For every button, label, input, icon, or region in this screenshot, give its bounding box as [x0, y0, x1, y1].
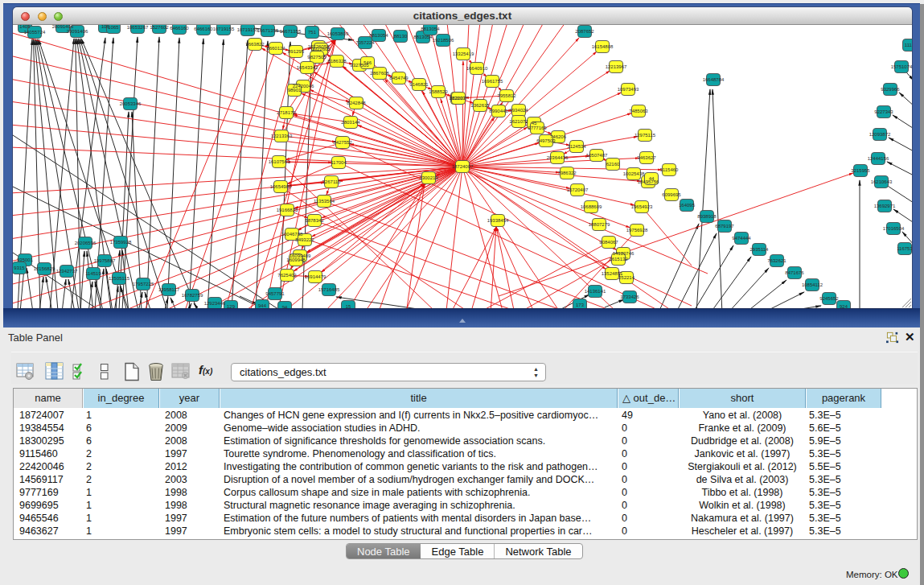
svg-text:94: 94	[282, 305, 288, 308]
svg-text:10719155: 10719155	[213, 27, 235, 31]
svg-text:98901: 98901	[288, 88, 302, 93]
svg-text:13325419: 13325419	[453, 51, 474, 56]
svg-text:16782759: 16782759	[182, 293, 203, 298]
svg-text:7485063: 7485063	[629, 109, 648, 113]
svg-text:8471676: 8471676	[785, 270, 804, 275]
svg-text:2087652: 2087652	[575, 29, 594, 34]
svg-text:5493222: 5493222	[295, 237, 314, 242]
svg-text:14055724: 14055724	[24, 30, 46, 35]
svg-text:18724007: 18724007	[452, 164, 474, 169]
svg-text:935001: 935001	[17, 257, 34, 262]
svg-text:20053346: 20053346	[120, 101, 142, 106]
svg-text:129: 129	[227, 304, 236, 308]
svg-text:1322605: 1322605	[311, 47, 331, 51]
svg-text:2803144: 2803144	[341, 120, 360, 125]
svg-text:9315: 9315	[14, 266, 25, 270]
svg-text:8990443: 8990443	[489, 109, 508, 113]
svg-text:10653267: 10653267	[127, 25, 149, 30]
svg-text:62160: 62160	[606, 162, 620, 167]
svg-text:1527602: 1527602	[150, 25, 169, 30]
svg-text:12093872: 12093872	[869, 132, 891, 137]
svg-text:12975115: 12975115	[634, 133, 656, 138]
svg-text:3267110: 3267110	[322, 179, 342, 184]
svg-text:15720407: 15720407	[567, 187, 589, 192]
svg-text:5878342: 5878342	[305, 218, 324, 223]
svg-text:924: 924	[840, 304, 848, 308]
svg-text:8242848: 8242848	[347, 101, 366, 105]
svg-text:15: 15	[346, 304, 351, 308]
svg-text:7632621: 7632621	[767, 258, 786, 263]
svg-text:6879197: 6879197	[715, 224, 734, 229]
svg-text:1588520: 1588520	[429, 89, 448, 94]
svg-text:9146821: 9146821	[409, 82, 429, 87]
svg-text:2935114: 2935114	[750, 247, 770, 252]
svg-text:13958117: 13958117	[158, 287, 180, 292]
svg-text:7625402: 7625402	[277, 273, 297, 278]
svg-text:3124534: 3124534	[567, 144, 586, 149]
svg-text:9115460: 9115460	[660, 167, 680, 172]
svg-text:16210643: 16210643	[871, 179, 893, 184]
svg-text:10507487: 10507487	[586, 153, 608, 158]
svg-text:3215955: 3215955	[851, 168, 870, 173]
svg-text:1822037: 1822037	[449, 96, 468, 101]
svg-text:9329966: 9329966	[881, 87, 900, 92]
svg-text:14136141: 14136141	[585, 289, 606, 294]
svg-text:6466160: 6466160	[170, 26, 189, 31]
svg-text:8938918: 8938918	[697, 214, 717, 219]
svg-text:2718179: 2718179	[277, 110, 296, 115]
svg-text:10973493: 10973493	[618, 87, 639, 92]
svg-text:16671355: 16671355	[257, 28, 279, 33]
svg-text:546: 546	[363, 60, 372, 65]
svg-text:944: 944	[258, 303, 267, 308]
svg-text:8454749: 8454749	[389, 76, 409, 80]
svg-text:16543342: 16543342	[297, 65, 318, 70]
svg-text:10025438: 10025438	[623, 171, 645, 176]
svg-text:9474444: 9474444	[732, 236, 751, 241]
svg-text:15716485: 15716485	[318, 287, 340, 292]
svg-text:8427552: 8427552	[333, 140, 352, 145]
svg-text:19654923: 19654923	[631, 204, 653, 209]
svg-text:17016504: 17016504	[883, 226, 905, 231]
svg-text:20364436: 20364436	[547, 155, 569, 160]
svg-text:9827505: 9827505	[307, 55, 326, 60]
svg-text:1621072: 1621072	[509, 119, 528, 124]
svg-text:12156829: 12156829	[34, 266, 55, 271]
svg-text:9084067: 9084067	[599, 240, 618, 245]
svg-text:16914479: 16914479	[305, 274, 326, 279]
svg-text:16671355: 16671355	[280, 29, 302, 34]
svg-text:9227343: 9227343	[874, 109, 893, 114]
svg-text:7357224: 7357224	[355, 40, 375, 45]
svg-text:116753: 116753	[897, 246, 912, 251]
svg-text:16107563: 16107563	[269, 159, 290, 164]
svg-text:8813054: 8813054	[369, 33, 388, 38]
svg-text:164095: 164095	[679, 203, 696, 208]
svg-text:18807279: 18807279	[589, 222, 610, 227]
svg-text:10719155: 10719155	[237, 27, 259, 32]
svg-text:117004: 117004	[331, 160, 347, 165]
svg-text:252214: 252214	[618, 275, 635, 280]
svg-text:12213967: 12213967	[606, 64, 627, 69]
svg-text:10688609: 10688609	[581, 204, 602, 209]
svg-text:6934024: 6934024	[509, 108, 528, 113]
svg-text:12505115: 12505115	[109, 276, 130, 281]
svg-text:12342737: 12342737	[56, 269, 78, 274]
svg-text:9245652: 9245652	[819, 296, 839, 301]
svg-text:114519: 114519	[85, 271, 101, 276]
svg-text:10654985: 10654985	[270, 184, 292, 189]
svg-text:1733426: 1733426	[620, 295, 639, 299]
svg-text:891295: 891295	[288, 49, 305, 54]
svg-text:19218506: 19218506	[433, 38, 454, 43]
svg-text:17957225: 17957225	[133, 282, 154, 286]
svg-text:16640910: 16640910	[466, 66, 488, 71]
svg-text:15751074: 15751074	[891, 64, 912, 69]
svg-text:13692971: 13692971	[874, 204, 896, 208]
svg-text:17359928: 17359928	[110, 240, 132, 245]
svg-text:10854112: 10854112	[802, 282, 823, 287]
svg-text:12444156: 12444156	[868, 156, 889, 161]
svg-text:8813054: 8813054	[413, 35, 433, 39]
svg-text:1609948: 1609948	[286, 257, 306, 262]
svg-text:20091406: 20091406	[67, 29, 88, 34]
svg-text:88130: 88130	[394, 34, 408, 39]
svg-text:14120746: 14120746	[613, 251, 634, 256]
svg-text:1405: 1405	[19, 25, 31, 29]
